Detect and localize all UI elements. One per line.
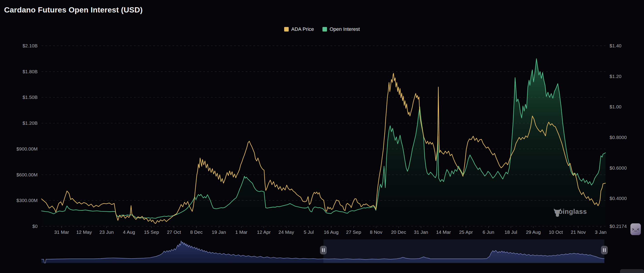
x-axis-label: 31 Mar xyxy=(54,229,69,235)
legend-label: Open Interest xyxy=(330,26,360,32)
open-interest-swatch-icon xyxy=(322,27,327,32)
ada-price-swatch-icon xyxy=(284,27,289,32)
legend-item-open-interest[interactable]: Open Interest xyxy=(322,26,360,32)
x-axis-label: 4 Aug xyxy=(123,229,135,235)
range-navigator[interactable] xyxy=(42,239,608,263)
x-axis-label: 18 Jul xyxy=(504,229,517,235)
x-axis-label: 21 Nov xyxy=(571,229,586,235)
x-axis-label: 8 Dec xyxy=(190,229,202,235)
x-axis-label: 3 Jan xyxy=(595,229,606,235)
collapse-chart-button[interactable]: >‿< xyxy=(630,223,641,235)
x-axis: 31 Mar12 May23 Jun4 Aug15 Sep27 Oct8 Dec… xyxy=(54,226,606,235)
x-axis-label: 16 Aug xyxy=(324,229,338,235)
left-axis-tick: $2.10B xyxy=(22,43,38,48)
right-axis-tick: $0.4000 xyxy=(610,196,627,201)
x-axis-label: 10 Oct xyxy=(549,229,563,235)
coinglass-chart-page: { "title": "Cardano Futures Open Interes… xyxy=(0,0,644,273)
coinglass-watermark: coinglass xyxy=(552,208,587,215)
x-axis-label: 14 Mar xyxy=(436,229,451,235)
x-axis-label: 23 Jun xyxy=(100,229,114,235)
chart-canvas[interactable]: $2.10B$1.80B$1.50B$1.20B$900.00M$600.00M… xyxy=(0,0,644,273)
handle-grip-icon xyxy=(324,248,324,252)
right-axis: $1.40$1.20$1.00$0.8000$0.6000$0.4000$0.2… xyxy=(610,43,627,229)
navigator-handle-right[interactable] xyxy=(601,246,608,254)
x-axis-label: 20 Dec xyxy=(391,229,406,235)
collapse-face-icon: >‿< xyxy=(632,227,639,231)
open-interest-area xyxy=(42,59,606,226)
handle-grip-icon xyxy=(605,248,606,252)
left-axis-tick: $900.00M xyxy=(16,146,38,151)
bottom-right-partial-panel[interactable] xyxy=(620,269,644,273)
x-axis-label: 6 Jun xyxy=(483,229,494,235)
x-axis-label: 5 Jul xyxy=(304,229,314,235)
right-axis-tick: $0.8000 xyxy=(610,135,627,140)
chart-legend: ADA Price Open Interest xyxy=(0,26,644,32)
x-axis-label: 25 Apr xyxy=(459,229,473,235)
legend-item-ada-price[interactable]: ADA Price xyxy=(284,26,314,32)
left-axis-tick: $1.50B xyxy=(22,95,38,100)
x-axis-label: 24 May xyxy=(278,229,294,235)
x-axis-label: 19 Jan xyxy=(212,229,226,235)
handle-grip-icon xyxy=(603,248,604,252)
left-axis-tick: $0 xyxy=(32,223,38,229)
legend-label: ADA Price xyxy=(291,26,314,32)
page-title: Cardano Futures Open Interest (USD) xyxy=(4,6,143,14)
x-axis-label: 12 May xyxy=(76,229,92,235)
x-axis-label: 15 Sep xyxy=(144,229,159,235)
right-axis-tick: $0.2174 xyxy=(610,223,627,229)
x-axis-label: 8 Nov xyxy=(370,229,382,235)
handle-grip-icon xyxy=(322,248,323,252)
x-axis-label: 31 Jan xyxy=(414,229,428,235)
right-axis-tick: $1.20 xyxy=(610,74,622,79)
x-axis-label: 27 Sep xyxy=(346,229,361,235)
x-axis-label: 12 Apr xyxy=(257,229,271,235)
right-axis-tick: $1.40 xyxy=(610,43,622,48)
navigator-selection[interactable] xyxy=(323,239,604,263)
left-axis-tick: $300.00M xyxy=(16,198,38,203)
left-axis-tick: $600.00M xyxy=(16,172,38,177)
left-axis-tick: $1.20B xyxy=(22,120,38,126)
x-axis-label: 29 Aug xyxy=(526,229,541,235)
right-axis-tick: $1.00 xyxy=(610,104,622,109)
x-axis-label: 1 Mar xyxy=(235,229,248,235)
left-axis-tick: $1.80B xyxy=(22,69,38,74)
navigator-handle-left[interactable] xyxy=(320,246,327,254)
x-axis-label: 27 Oct xyxy=(167,229,181,235)
right-axis-tick: $0.6000 xyxy=(610,165,627,170)
